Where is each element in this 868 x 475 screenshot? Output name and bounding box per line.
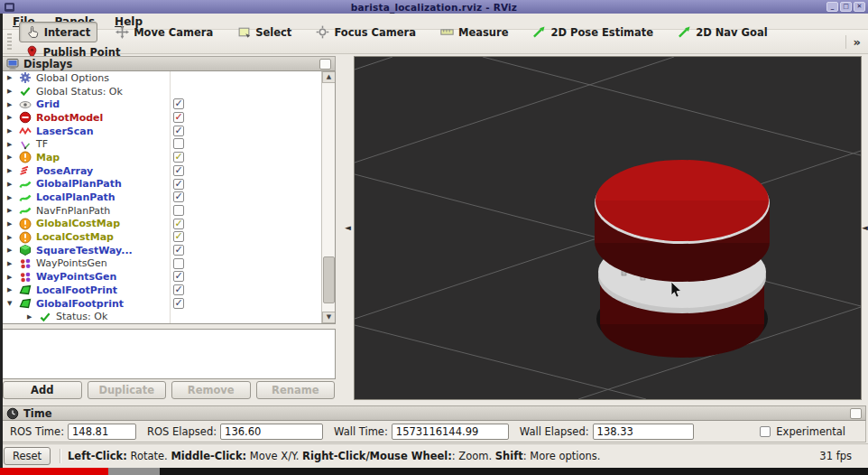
enabled-checkbox-checked[interactable]: ✓ xyxy=(173,98,184,109)
time-field-wall-elapsed-[interactable]: 138.33 xyxy=(593,424,694,440)
expander-closed-icon[interactable]: ▶ xyxy=(7,274,19,281)
path-icon xyxy=(19,191,32,204)
display-row-globalplanpath[interactable]: ▶GlobalPlanPath✓ xyxy=(3,178,335,191)
enabled-checkbox-checked[interactable]: ✓ xyxy=(173,219,184,229)
scroll-up-arrow[interactable]: ▲ xyxy=(322,71,336,83)
minimize-button[interactable]: _ xyxy=(826,2,838,12)
display-row-label: GlobalCostMap xyxy=(36,218,120,229)
enabled-checkbox-unchecked[interactable] xyxy=(173,205,184,216)
toolbar-overflow-chevron[interactable]: » xyxy=(845,35,861,49)
tool-move-camera[interactable]: Move Camera xyxy=(109,23,219,42)
expander-closed-icon[interactable]: ▶ xyxy=(7,247,19,254)
expander-closed-icon[interactable]: ▶ xyxy=(27,313,39,321)
expander-open-icon[interactable]: ▼ xyxy=(7,300,19,307)
robot-model xyxy=(595,160,770,358)
display-row-localfootprint[interactable]: ▶LocalFootPrint✓ xyxy=(3,284,335,297)
tool-focus-camera[interactable]: Focus Camera xyxy=(309,23,422,42)
time-panel-header[interactable]: Time xyxy=(2,405,866,421)
expander-closed-icon[interactable]: ▶ xyxy=(7,167,19,174)
display-row-waypointsgen[interactable]: ▶WayPointsGen✓ xyxy=(3,270,335,284)
expander-closed-icon[interactable]: ▶ xyxy=(7,207,19,214)
expander-closed-icon[interactable]: ▶ xyxy=(7,74,19,81)
enabled-checkbox-checked[interactable]: ✓ xyxy=(173,298,184,309)
enabled-checkbox-checked[interactable]: ✓ xyxy=(173,271,184,282)
enabled-checkbox-checked[interactable]: ✓ xyxy=(173,165,184,176)
close-button[interactable]: ✕ xyxy=(854,2,865,12)
3d-viewport[interactable] xyxy=(354,56,862,400)
right-splitter-collapse-arrow[interactable]: ◄ xyxy=(862,223,868,232)
expander-closed-icon[interactable]: ▶ xyxy=(7,114,19,121)
toolbar-drag-handle[interactable] xyxy=(7,33,12,50)
display-row-tf[interactable]: ▶TF xyxy=(3,137,335,151)
expander-closed-icon[interactable]: ▶ xyxy=(7,234,19,241)
reset-button[interactable]: Reset xyxy=(4,447,51,465)
enabled-checkbox-unchecked[interactable] xyxy=(173,258,184,269)
display-row-globalcostmap[interactable]: ▶GlobalCostMap✓ xyxy=(3,218,335,231)
expander-closed-icon[interactable]: ▶ xyxy=(7,141,19,148)
time-panel-close-button[interactable] xyxy=(850,408,862,419)
display-row-global-status-ok[interactable]: ▶Global Status: Ok xyxy=(3,85,335,98)
display-row-localcostmap[interactable]: ▶LocalCostMap✓ xyxy=(3,230,335,244)
expander-closed-icon[interactable]: ▶ xyxy=(7,127,19,135)
display-row-map[interactable]: ▶Map✓ xyxy=(3,151,335,164)
display-row-status-ok[interactable]: ▶Status: Ok xyxy=(3,310,335,323)
scrollbar-thumb[interactable] xyxy=(323,256,335,303)
tool-2d-nav-goal[interactable]: 2D Nav Goal xyxy=(671,23,773,42)
experimental-checkbox-unchecked[interactable] xyxy=(760,426,771,437)
display-row-grid[interactable]: ▶Grid✓ xyxy=(3,98,335,111)
display-row-squaretestway-[interactable]: ▶SquareTestWay...✓ xyxy=(3,244,335,257)
time-field-ros-elapsed-[interactable]: 136.60 xyxy=(220,424,323,440)
select-icon xyxy=(237,25,251,39)
display-row-laserscan[interactable]: ▶LaserScan✓ xyxy=(3,125,335,138)
enabled-checkbox-unchecked[interactable] xyxy=(173,138,184,149)
enabled-checkbox-checked[interactable]: ✓ xyxy=(173,284,184,295)
expander-closed-icon[interactable]: ▶ xyxy=(7,260,19,267)
expander-closed-icon[interactable]: ▶ xyxy=(7,220,19,228)
display-row-label: SquareTestWay... xyxy=(36,245,133,256)
displays-panel-header[interactable]: Displays xyxy=(2,56,336,71)
enabled-checkbox-checked[interactable]: ✓ xyxy=(173,179,184,190)
time-field-ros-time-[interactable]: 148.81 xyxy=(68,424,136,440)
add-button[interactable]: Add xyxy=(3,381,82,399)
scroll-down-arrow[interactable]: ▼ xyxy=(322,312,336,323)
expander-closed-icon[interactable]: ▶ xyxy=(7,101,19,108)
expander-closed-icon[interactable]: ▶ xyxy=(7,88,19,95)
left-splitter-collapse-arrow[interactable]: ◄ xyxy=(345,223,351,232)
tool-2d-pose-estimate[interactable]: 2D Pose Estimate xyxy=(526,23,660,42)
enabled-checkbox-checked[interactable]: ✓ xyxy=(173,231,184,242)
tool-measure[interactable]: Measure xyxy=(434,23,515,42)
expander-closed-icon[interactable]: ▶ xyxy=(7,286,19,293)
display-row-global-options[interactable]: ▶Global Options xyxy=(3,71,335,85)
displays-panel-close-button[interactable] xyxy=(319,59,331,70)
display-row-label: LocalPlanPath xyxy=(36,191,115,203)
expander-closed-icon[interactable]: ▶ xyxy=(7,154,19,161)
maximize-button[interactable]: □ xyxy=(840,2,852,12)
display-row-posearray[interactable]: ▶PoseArray✓ xyxy=(3,164,335,178)
tool-interact[interactable]: Interact xyxy=(19,22,98,42)
enabled-checkbox-checked[interactable]: ✓ xyxy=(173,126,184,136)
enabled-checkbox-checked[interactable]: ✓ xyxy=(173,191,184,202)
time-field-wall-time-[interactable]: 1573116144.99 xyxy=(392,424,509,440)
enabled-checkbox-checked[interactable]: ✓ xyxy=(173,152,184,163)
expander-closed-icon[interactable]: ▶ xyxy=(7,194,19,201)
pose-arrow-icon xyxy=(532,25,546,39)
tool-label: 2D Pose Estimate xyxy=(550,26,653,39)
video-progress-bar[interactable] xyxy=(0,468,868,475)
tool-label: 2D Nav Goal xyxy=(696,26,767,39)
eye-icon xyxy=(19,98,32,111)
tool-label: Focus Camera xyxy=(334,26,416,39)
display-row-localplanpath[interactable]: ▶LocalPlanPath✓ xyxy=(3,191,335,204)
enabled-checkbox-checked[interactable]: ✓ xyxy=(173,245,184,256)
expander-closed-icon[interactable]: ▶ xyxy=(7,181,19,188)
tool-select[interactable]: Select xyxy=(231,23,298,42)
display-row-globalfootprint[interactable]: ▼GlobalFootprint✓ xyxy=(3,297,335,311)
clock-icon xyxy=(6,407,19,420)
displays-scrollbar[interactable]: ▲ ▼ xyxy=(321,71,335,323)
display-row-waypointsgen[interactable]: ▶WayPointsGen xyxy=(3,257,335,271)
experimental-label: Experimental xyxy=(776,425,845,438)
display-row-label: Global Status: Ok xyxy=(36,86,123,98)
display-row-robotmodel[interactable]: ▶RobotModel✓ xyxy=(3,111,335,125)
enabled-checkbox-checked[interactable]: ✓ xyxy=(173,112,184,123)
video-progress-handle[interactable] xyxy=(108,468,160,475)
display-row-navfnplanpath[interactable]: ▶NavFnPlanPath xyxy=(3,204,335,218)
